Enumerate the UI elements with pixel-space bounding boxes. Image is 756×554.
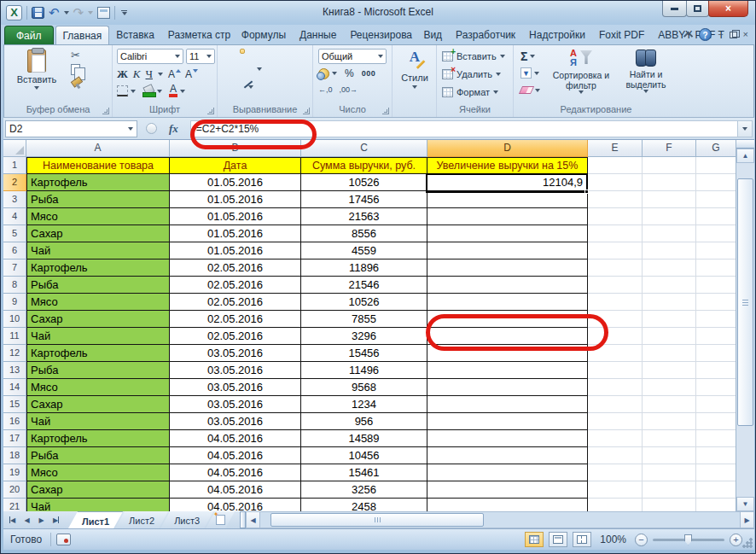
row-header-12[interactable]: 12 (3, 345, 26, 362)
cell-E[interactable] (588, 499, 643, 511)
expand-formula-bar-button[interactable] (737, 120, 753, 137)
cell-A[interactable]: Рыба (26, 447, 170, 464)
cell-D[interactable] (427, 208, 588, 225)
merge-dropdown-icon[interactable] (257, 67, 262, 71)
cell-G[interactable] (696, 242, 736, 260)
zoom-out-button[interactable]: − (635, 534, 648, 546)
cell-G[interactable] (696, 208, 736, 225)
zoom-in-button[interactable]: + (730, 534, 742, 546)
cell-C[interactable]: Сумма выручки, руб. (301, 157, 427, 174)
horizontal-scrollbar[interactable]: ◀ ▶ (240, 511, 754, 528)
sheet-tab-Лист3[interactable]: Лист3 (160, 511, 213, 528)
name-box-dropdown-icon[interactable] (128, 127, 133, 131)
row-header-1[interactable]: 1 (3, 157, 26, 174)
ribbon-tab-6[interactable]: Вид (416, 26, 449, 44)
cell-D[interactable]: 12104,9 (427, 174, 588, 191)
increase-decimal-button[interactable]: ←,0 (318, 85, 333, 94)
cell-A[interactable]: Рыба (26, 277, 170, 294)
ribbon-tab-4[interactable]: Данные (293, 26, 343, 44)
cell-D[interactable] (427, 260, 588, 277)
cell-A[interactable]: Чай (26, 242, 170, 260)
cell-A[interactable]: Мясо (26, 379, 170, 396)
cell-D[interactable] (427, 379, 588, 396)
cell-D[interactable] (427, 396, 588, 413)
cell-B[interactable]: 03.05.2016 (170, 413, 301, 430)
cell-B[interactable]: 03.05.2016 (170, 379, 301, 396)
normal-view-button[interactable] (525, 532, 544, 547)
cell-E[interactable] (588, 447, 643, 464)
cell-G[interactable] (696, 345, 736, 362)
font-dialog-launcher-icon[interactable] (207, 108, 214, 114)
cell-A[interactable]: Мясо (26, 294, 170, 311)
cell-E[interactable] (588, 191, 643, 208)
cell-E[interactable] (588, 379, 643, 396)
currency-format-icon[interactable] (318, 68, 329, 79)
cell-A[interactable]: Сахар (26, 311, 170, 328)
cell-E[interactable] (588, 277, 643, 294)
cell-F[interactable] (643, 328, 696, 345)
row-header-21[interactable]: 21 (3, 499, 26, 511)
cell-G[interactable] (696, 413, 736, 430)
horizontal-scroll-thumb[interactable] (270, 513, 484, 527)
cell-B[interactable]: 01.05.2016 (170, 191, 301, 208)
cell-F[interactable] (643, 362, 696, 379)
cell-C[interactable]: 8556 (301, 225, 427, 242)
thousands-format-button[interactable]: 000 (362, 69, 376, 78)
number-dialog-launcher-icon[interactable] (382, 108, 389, 114)
cell-D[interactable] (427, 464, 588, 481)
alignment-dialog-launcher-icon[interactable] (303, 108, 310, 114)
restore-button[interactable] (686, 1, 709, 17)
cell-B[interactable]: 03.05.2016 (170, 396, 301, 413)
column-header-C[interactable]: C (301, 140, 427, 157)
cell-C[interactable]: 11896 (301, 260, 427, 277)
scroll-down-button[interactable]: ▼ (736, 497, 754, 511)
cell-E[interactable] (588, 396, 643, 413)
row-header-10[interactable]: 10 (3, 311, 26, 328)
column-header-D[interactable]: D (427, 140, 588, 157)
row-header-9[interactable]: 9 (3, 294, 26, 311)
cell-C[interactable]: 17456 (301, 191, 427, 208)
cell-B[interactable]: 02.05.2016 (170, 277, 301, 294)
row-header-18[interactable]: 18 (3, 447, 26, 464)
decrease-indent-button[interactable] (223, 85, 228, 90)
font-color-icon[interactable]: А (169, 85, 177, 97)
tab-split-handle[interactable] (240, 511, 246, 528)
cell-G[interactable] (696, 277, 736, 294)
cell-A[interactable]: Картофель (26, 260, 170, 277)
copy-icon[interactable] (71, 64, 80, 75)
cell-G[interactable] (696, 328, 736, 345)
cell-C[interactable]: 10526 (301, 294, 427, 311)
clipboard-dialog-launcher-icon[interactable] (102, 108, 109, 114)
borders-icon[interactable] (117, 85, 128, 96)
wrap-text-button[interactable] (248, 49, 253, 54)
cell-C[interactable]: 7855 (301, 311, 427, 328)
cell-D[interactable] (427, 311, 588, 328)
row-header-17[interactable]: 17 (3, 430, 26, 447)
cell-C[interactable]: 10526 (301, 174, 427, 191)
sheet-tab-Лист1[interactable]: Лист1 (68, 511, 123, 528)
cell-E[interactable] (588, 242, 643, 260)
cell-A[interactable]: Картофель (26, 174, 170, 191)
cell-B[interactable]: 04.05.2016 (170, 430, 301, 447)
name-box[interactable]: D2 (5, 120, 137, 137)
cell-G[interactable] (696, 311, 736, 328)
sort-filter-button[interactable]: АЯ Сортировка и фильтр (550, 48, 613, 104)
vertical-scroll-thumb[interactable] (737, 178, 753, 426)
cell-E[interactable] (588, 174, 643, 191)
align-left-button[interactable] (223, 67, 228, 72)
cell-B[interactable]: 03.05.2016 (170, 345, 301, 362)
increase-indent-button[interactable] (231, 85, 236, 90)
cell-D[interactable] (427, 242, 588, 260)
macro-record-icon[interactable] (56, 534, 71, 545)
align-right-button[interactable] (240, 67, 245, 72)
ribbon-tab-0[interactable]: Главная (55, 26, 110, 44)
cell-B[interactable]: 02.05.2016 (170, 311, 301, 328)
cell-D[interactable] (427, 225, 588, 242)
cell-E[interactable] (588, 225, 643, 242)
cell-C[interactable]: 21563 (301, 208, 427, 225)
cell-D[interactable] (427, 499, 588, 511)
ribbon-tab-9[interactable]: Foxit PDF (592, 26, 651, 44)
cell-B[interactable]: 01.05.2016 (170, 208, 301, 225)
cell-A[interactable]: Сахар (26, 396, 170, 413)
delete-cells-button[interactable]: Удалить (442, 67, 501, 82)
